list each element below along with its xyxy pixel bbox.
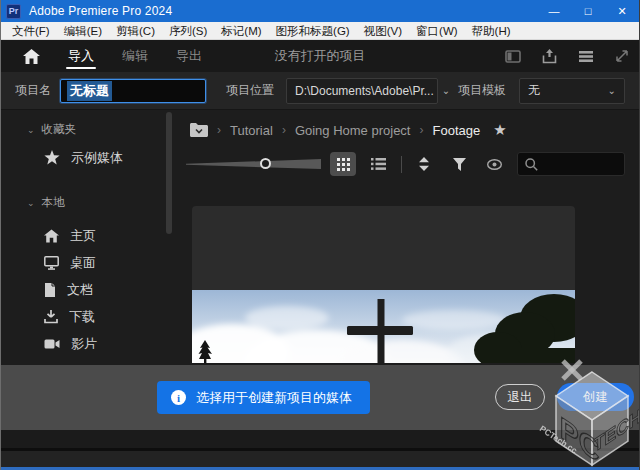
project-settings-bar: 项目名 无标题 项目位置 D:\Documents\Adobe\Pr... ⌄ … (1, 72, 639, 110)
thumbnail-zoom-slider[interactable] (186, 156, 321, 172)
quick-export-icon[interactable] (542, 49, 557, 64)
project-location-value: D:\Documents\Adobe\Pr... (295, 84, 434, 98)
sidebar-item-sample-media[interactable]: 示例媒体 (1, 144, 182, 171)
project-template-label: 项目模板 (458, 82, 506, 99)
download-icon (44, 310, 58, 324)
toolbar-divider (401, 156, 402, 173)
sidebar-item-label: 下载 (69, 308, 95, 326)
stacked-panels-icon[interactable] (578, 50, 594, 63)
menu-sequence[interactable]: 序列(S) (162, 22, 214, 40)
breadcrumb-separator-icon: › (217, 123, 221, 137)
filter-button[interactable] (446, 152, 472, 176)
browser-toolbar (182, 150, 639, 178)
breadcrumb-item-tutorial[interactable]: Tutorial (230, 123, 273, 138)
sidebar-item-documents[interactable]: 文档 (1, 276, 182, 303)
project-template-dropdown[interactable]: 无 ⌄ (519, 78, 625, 104)
window-controls: — □ ✕ (537, 0, 639, 22)
home-button[interactable] (23, 49, 40, 64)
sidebar-item-downloads[interactable]: 下载 (1, 303, 182, 330)
menu-graphics-titles[interactable]: 图形和标题(G) (269, 22, 357, 40)
project-template-value: 无 (528, 82, 540, 99)
favorite-star-icon[interactable]: ★ (493, 121, 506, 139)
document-icon (44, 283, 56, 297)
chevron-down-icon: ⌄ (442, 85, 450, 96)
project-status-text: 没有打开的项目 (275, 47, 366, 65)
chevron-down-icon: ⌄ (27, 125, 35, 135)
list-view-icon (371, 158, 386, 170)
media-thumbnail[interactable] (192, 206, 575, 363)
breadcrumb-separator-icon: › (282, 123, 286, 137)
grid-view-icon (337, 158, 350, 171)
project-name-label: 项目名 (15, 82, 51, 99)
menu-view[interactable]: 视图(V) (357, 22, 409, 40)
mode-tab-bar: 导入 编辑 导出 没有打开的项目 (1, 40, 639, 72)
sort-icon (418, 157, 430, 171)
places-sidebar: ⌄ 收藏夹 示例媒体 ⌄ 本地 主页 (1, 110, 182, 365)
breadcrumb-item-footage[interactable]: Footage (433, 123, 481, 138)
menu-clip[interactable]: 剪辑(C) (109, 22, 162, 40)
preview-toggle-button[interactable] (481, 152, 507, 176)
slider-handle[interactable] (260, 158, 271, 169)
sort-button[interactable] (411, 152, 437, 176)
tab-import[interactable]: 导入 (68, 41, 94, 71)
sidebar-item-label: 桌面 (70, 254, 96, 272)
sidebar-section-local[interactable]: ⌄ 本地 (1, 195, 182, 210)
sidebar-item-label: 示例媒体 (71, 149, 123, 167)
search-box[interactable] (517, 152, 625, 176)
sidebar-item-label: 文档 (67, 281, 93, 299)
sidebar-scrollbar[interactable] (166, 112, 172, 234)
folder-icon[interactable] (190, 123, 208, 137)
minimize-icon[interactable]: — (537, 0, 571, 22)
project-location-label: 项目位置 (226, 82, 274, 99)
breadcrumb-separator-icon: › (420, 123, 424, 137)
tab-edit[interactable]: 编辑 (122, 41, 148, 71)
fullscreen-icon[interactable] (615, 49, 629, 63)
sidebar-item-label: 主页 (70, 227, 96, 245)
maximize-icon[interactable]: □ (571, 0, 605, 22)
grid-view-button[interactable] (330, 152, 356, 176)
breadcrumb: › Tutorial › Going Home project › Footag… (182, 110, 639, 150)
create-project-notice: i 选择用于创建新项目的媒体 (157, 381, 370, 414)
tab-export[interactable]: 导出 (176, 41, 202, 71)
window-title: Adobe Premiere Pro 2024 (29, 4, 172, 18)
sidebar-item-label: 影片 (71, 335, 97, 353)
footage-preview-image (192, 290, 575, 363)
eye-icon (487, 159, 502, 170)
home-icon (44, 229, 59, 243)
desktop-icon (44, 256, 59, 270)
film-camera-icon (44, 338, 60, 350)
chevron-down-icon: ⌄ (27, 198, 35, 208)
workspace-icon[interactable] (505, 50, 521, 63)
sidebar-item-desktop[interactable]: 桌面 (1, 249, 182, 276)
list-view-button[interactable] (365, 152, 391, 176)
menu-markers[interactable]: 标记(M) (214, 22, 268, 40)
info-icon: i (171, 390, 186, 405)
menu-window[interactable]: 窗口(W) (409, 22, 465, 40)
sidebar-item-home[interactable]: 主页 (1, 222, 182, 249)
menu-edit[interactable]: 编辑(E) (57, 22, 109, 40)
sidebar-section-favorites[interactable]: ⌄ 收藏夹 (1, 122, 182, 137)
project-location-dropdown[interactable]: D:\Documents\Adobe\Pr... ⌄ (286, 78, 438, 104)
exit-button[interactable]: 退出 (495, 384, 545, 410)
close-icon[interactable]: ✕ (605, 0, 639, 22)
footer-bar: i 选择用于创建新项目的媒体 退出 创建 (1, 365, 639, 430)
notice-text: 选择用于创建新项目的媒体 (196, 389, 352, 407)
star-icon (44, 150, 60, 165)
home-icon (23, 49, 40, 64)
sidebar-item-movies[interactable]: 影片 (1, 330, 182, 357)
chevron-down-icon: ⌄ (608, 85, 616, 96)
search-icon (525, 158, 538, 171)
create-button[interactable]: 创建 (557, 383, 634, 411)
app-window: Pr Adobe Premiere Pro 2024 — □ ✕ 文件(F) 编… (0, 0, 640, 470)
project-name-input[interactable]: 无标题 (60, 79, 206, 103)
search-input[interactable] (544, 157, 624, 171)
menu-help[interactable]: 帮助(H) (465, 22, 518, 40)
filter-icon (453, 158, 466, 171)
title-bar: Pr Adobe Premiere Pro 2024 — □ ✕ (1, 0, 639, 22)
slider-track (186, 159, 321, 169)
menu-file[interactable]: 文件(F) (5, 22, 57, 40)
menu-bar: 文件(F) 编辑(E) 剪辑(C) 序列(S) 标记(M) 图形和标题(G) 视… (1, 22, 639, 40)
bottom-panel (1, 430, 639, 470)
breadcrumb-item-going-home-project[interactable]: Going Home project (295, 123, 411, 138)
media-browser-panel: › Tutorial › Going Home project › Footag… (182, 110, 639, 365)
